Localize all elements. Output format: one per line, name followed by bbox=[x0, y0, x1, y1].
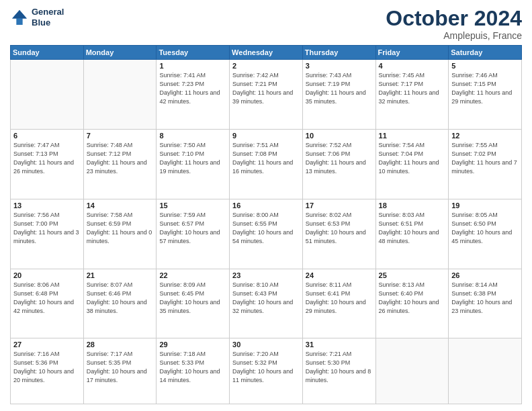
day-number: 8 bbox=[159, 132, 226, 140]
day-number: 16 bbox=[232, 201, 300, 210]
day-info: Sunrise: 7:58 AMSunset: 6:59 PMDaylight:… bbox=[87, 211, 154, 246]
calendar-table: SundayMondayTuesdayWednesdayThursdayFrid… bbox=[10, 45, 522, 404]
day-info: Sunrise: 8:02 AMSunset: 6:53 PMDaylight:… bbox=[306, 211, 373, 246]
day-cell: 12Sunrise: 7:55 AMSunset: 7:02 PMDayligh… bbox=[449, 129, 522, 199]
day-number: 4 bbox=[379, 62, 446, 70]
day-info: Sunrise: 8:07 AMSunset: 6:46 PMDaylight:… bbox=[87, 281, 154, 316]
day-info: Sunrise: 7:16 AMSunset: 5:36 PMDaylight:… bbox=[13, 350, 81, 385]
day-number: 2 bbox=[232, 62, 300, 70]
week-row-5: 27Sunrise: 7:16 AMSunset: 5:36 PMDayligh… bbox=[11, 338, 522, 404]
day-cell: 5Sunrise: 7:46 AMSunset: 7:15 PMDaylight… bbox=[449, 60, 522, 130]
header: General Blue October 2024 Amplepuis, Fra… bbox=[10, 7, 522, 41]
day-number: 13 bbox=[13, 201, 81, 210]
day-cell: 15Sunrise: 7:59 AMSunset: 6:57 PMDayligh… bbox=[157, 199, 230, 269]
page: General Blue October 2024 Amplepuis, Fra… bbox=[0, 0, 532, 411]
day-number: 21 bbox=[87, 271, 154, 279]
day-info: Sunrise: 7:21 AMSunset: 5:30 PMDaylight:… bbox=[306, 350, 373, 385]
day-number: 31 bbox=[306, 340, 373, 349]
title-block: October 2024 Amplepuis, France bbox=[386, 7, 522, 41]
week-row-1: 1Sunrise: 7:41 AMSunset: 7:23 PMDaylight… bbox=[11, 60, 522, 130]
day-cell: 23Sunrise: 8:10 AMSunset: 6:43 PMDayligh… bbox=[230, 269, 303, 338]
day-info: Sunrise: 7:56 AMSunset: 7:00 PMDaylight:… bbox=[13, 211, 81, 246]
day-info: Sunrise: 7:55 AMSunset: 7:02 PMDaylight:… bbox=[451, 141, 519, 176]
weekday-header-tuesday: Tuesday bbox=[157, 46, 230, 60]
day-cell: 1Sunrise: 7:41 AMSunset: 7:23 PMDaylight… bbox=[157, 60, 230, 130]
day-info: Sunrise: 7:20 AMSunset: 5:32 PMDaylight:… bbox=[232, 350, 300, 385]
day-number: 11 bbox=[379, 132, 446, 140]
day-number: 20 bbox=[13, 271, 81, 279]
day-cell: 30Sunrise: 7:20 AMSunset: 5:32 PMDayligh… bbox=[230, 338, 303, 404]
day-cell: 17Sunrise: 8:02 AMSunset: 6:53 PMDayligh… bbox=[302, 199, 375, 269]
day-cell: 24Sunrise: 8:11 AMSunset: 6:41 PMDayligh… bbox=[302, 269, 375, 338]
day-info: Sunrise: 8:14 AMSunset: 6:38 PMDaylight:… bbox=[451, 281, 519, 316]
day-info: Sunrise: 8:06 AMSunset: 6:48 PMDaylight:… bbox=[13, 281, 81, 316]
day-cell: 26Sunrise: 8:14 AMSunset: 6:38 PMDayligh… bbox=[449, 269, 522, 338]
month-title: October 2024 bbox=[386, 7, 522, 30]
day-cell: 6Sunrise: 7:47 AMSunset: 7:13 PMDaylight… bbox=[11, 129, 84, 199]
day-info: Sunrise: 7:18 AMSunset: 5:33 PMDaylight:… bbox=[159, 350, 226, 385]
day-cell bbox=[83, 60, 157, 130]
day-number: 12 bbox=[451, 132, 519, 140]
day-info: Sunrise: 7:50 AMSunset: 7:10 PMDaylight:… bbox=[159, 141, 226, 176]
day-info: Sunrise: 7:47 AMSunset: 7:13 PMDaylight:… bbox=[13, 141, 81, 176]
day-info: Sunrise: 8:11 AMSunset: 6:41 PMDaylight:… bbox=[306, 281, 373, 316]
day-info: Sunrise: 8:00 AMSunset: 6:55 PMDaylight:… bbox=[232, 211, 300, 246]
week-row-4: 20Sunrise: 8:06 AMSunset: 6:48 PMDayligh… bbox=[11, 269, 522, 338]
svg-marker-2 bbox=[12, 10, 27, 18]
logo-text: General Blue bbox=[32, 7, 64, 28]
weekday-header-sunday: Sunday bbox=[11, 46, 84, 60]
day-cell: 20Sunrise: 8:06 AMSunset: 6:48 PMDayligh… bbox=[11, 269, 84, 338]
day-number: 19 bbox=[451, 201, 519, 210]
day-cell: 10Sunrise: 7:52 AMSunset: 7:06 PMDayligh… bbox=[302, 129, 375, 199]
day-number: 28 bbox=[87, 340, 154, 349]
day-number: 24 bbox=[306, 271, 373, 279]
day-number: 29 bbox=[159, 340, 226, 349]
day-cell: 7Sunrise: 7:48 AMSunset: 7:12 PMDaylight… bbox=[83, 129, 157, 199]
day-info: Sunrise: 8:05 AMSunset: 6:50 PMDaylight:… bbox=[451, 211, 519, 246]
day-cell: 29Sunrise: 7:18 AMSunset: 5:33 PMDayligh… bbox=[157, 338, 230, 404]
day-cell: 16Sunrise: 8:00 AMSunset: 6:55 PMDayligh… bbox=[230, 199, 303, 269]
week-row-2: 6Sunrise: 7:47 AMSunset: 7:13 PMDaylight… bbox=[11, 129, 522, 199]
day-number: 18 bbox=[379, 201, 446, 210]
day-cell: 21Sunrise: 8:07 AMSunset: 6:46 PMDayligh… bbox=[83, 269, 157, 338]
day-number: 5 bbox=[451, 62, 519, 70]
day-cell: 3Sunrise: 7:43 AMSunset: 7:19 PMDaylight… bbox=[302, 60, 375, 130]
weekday-header-friday: Friday bbox=[375, 46, 449, 60]
week-row-3: 13Sunrise: 7:56 AMSunset: 7:00 PMDayligh… bbox=[11, 199, 522, 269]
logo: General Blue bbox=[10, 7, 64, 28]
day-number: 6 bbox=[13, 132, 81, 140]
day-number: 3 bbox=[306, 62, 373, 70]
day-cell bbox=[11, 60, 84, 130]
day-info: Sunrise: 8:09 AMSunset: 6:45 PMDaylight:… bbox=[159, 281, 226, 316]
day-number: 15 bbox=[159, 201, 226, 210]
weekday-header-thursday: Thursday bbox=[302, 46, 375, 60]
day-number: 26 bbox=[451, 271, 519, 279]
weekday-header-saturday: Saturday bbox=[449, 46, 522, 60]
day-info: Sunrise: 7:45 AMSunset: 7:17 PMDaylight:… bbox=[379, 71, 446, 106]
day-number: 9 bbox=[232, 132, 300, 140]
day-number: 27 bbox=[13, 340, 81, 349]
day-number: 25 bbox=[379, 271, 446, 279]
day-cell: 2Sunrise: 7:42 AMSunset: 7:21 PMDaylight… bbox=[230, 60, 303, 130]
day-number: 23 bbox=[232, 271, 300, 279]
day-info: Sunrise: 7:17 AMSunset: 5:35 PMDaylight:… bbox=[87, 350, 154, 385]
day-info: Sunrise: 7:42 AMSunset: 7:21 PMDaylight:… bbox=[232, 71, 300, 106]
day-cell: 14Sunrise: 7:58 AMSunset: 6:59 PMDayligh… bbox=[83, 199, 157, 269]
day-cell: 25Sunrise: 8:13 AMSunset: 6:40 PMDayligh… bbox=[375, 269, 449, 338]
weekday-header-monday: Monday bbox=[83, 46, 157, 60]
day-cell: 31Sunrise: 7:21 AMSunset: 5:30 PMDayligh… bbox=[302, 338, 375, 404]
day-cell: 18Sunrise: 8:03 AMSunset: 6:51 PMDayligh… bbox=[375, 199, 449, 269]
day-cell: 28Sunrise: 7:17 AMSunset: 5:35 PMDayligh… bbox=[83, 338, 157, 404]
day-number: 22 bbox=[159, 271, 226, 279]
day-info: Sunrise: 7:48 AMSunset: 7:12 PMDaylight:… bbox=[87, 141, 154, 176]
day-info: Sunrise: 7:52 AMSunset: 7:06 PMDaylight:… bbox=[306, 141, 373, 176]
day-cell: 27Sunrise: 7:16 AMSunset: 5:36 PMDayligh… bbox=[11, 338, 84, 404]
day-info: Sunrise: 7:41 AMSunset: 7:23 PMDaylight:… bbox=[159, 71, 226, 106]
day-number: 1 bbox=[159, 62, 226, 70]
day-info: Sunrise: 8:03 AMSunset: 6:51 PMDaylight:… bbox=[379, 211, 446, 246]
day-cell: 9Sunrise: 7:51 AMSunset: 7:08 PMDaylight… bbox=[230, 129, 303, 199]
location: Amplepuis, France bbox=[386, 30, 522, 41]
day-number: 17 bbox=[306, 201, 373, 210]
weekday-header-row: SundayMondayTuesdayWednesdayThursdayFrid… bbox=[11, 46, 522, 60]
day-number: 30 bbox=[232, 340, 300, 349]
